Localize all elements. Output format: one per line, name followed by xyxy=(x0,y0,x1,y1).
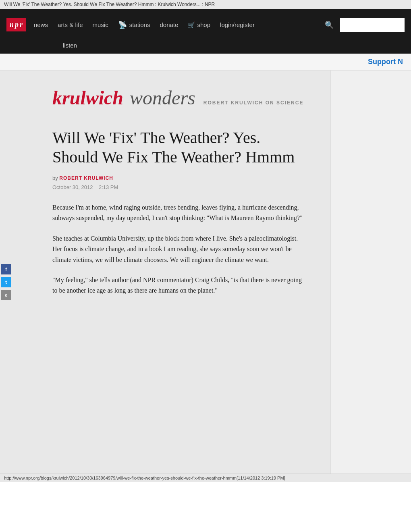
article-body: Because I'm at home, wind raging outside… xyxy=(52,202,306,296)
blog-name-wonders: wonders xyxy=(130,87,195,109)
blog-name-krulwich: krulwich xyxy=(52,87,123,109)
nav-item-login[interactable]: login/register xyxy=(220,21,255,28)
main-wrapper: f t e krulwich wonders ROBERT KRULWICH O… xyxy=(0,71,411,474)
cart-icon: 🛒 xyxy=(188,21,195,28)
article-content: Will We 'Fix' The Weather? Yes. Should W… xyxy=(12,120,330,322)
article-byline: by ROBERT KRULWICH xyxy=(52,175,306,181)
nav-item-shop[interactable]: 🛒 shop xyxy=(188,21,210,29)
nav-item-listen[interactable]: listen xyxy=(63,42,77,49)
search-input[interactable] xyxy=(340,18,405,32)
nav-right: 🔍 xyxy=(323,18,405,32)
support-link[interactable]: Support N xyxy=(368,58,403,66)
article-date: October 30, 2012 2:13 PM xyxy=(52,184,306,190)
nav-item-stations[interactable]: 📡 stations xyxy=(118,21,150,29)
nav-item-news[interactable]: news xyxy=(34,21,48,28)
facebook-share-button[interactable]: f xyxy=(1,264,11,274)
nav-item-donate[interactable]: donate xyxy=(160,21,178,28)
email-share-button[interactable]: e xyxy=(1,290,11,300)
logo-letter-r: r xyxy=(20,21,23,29)
nav-links: news arts & life music 📡 stations donate… xyxy=(34,21,323,29)
nav-item-arts-life[interactable]: arts & life xyxy=(58,21,83,28)
nav-top-row: n p r news arts & life music 📡 stations … xyxy=(6,11,405,39)
antenna-icon: 📡 xyxy=(118,21,127,29)
article-paragraph-1: Because I'm at home, wind raging outside… xyxy=(52,202,306,224)
npr-logo-box[interactable]: n p r xyxy=(6,18,26,31)
navigation: n p r news arts & life music 📡 stations … xyxy=(0,9,411,54)
npr-logo[interactable]: n p r xyxy=(6,18,26,31)
article-area: krulwich wonders ROBERT KRULWICH ON SCIE… xyxy=(12,71,330,474)
blog-subtitle: ROBERT KRULWICH ON SCIENCE xyxy=(203,100,304,106)
logo-letter-p: p xyxy=(15,21,19,29)
social-sidebar: f t e xyxy=(0,71,12,474)
search-button[interactable]: 🔍 xyxy=(323,19,335,31)
logo-letter-n: n xyxy=(10,21,14,29)
browser-title: Will We 'Fix' The Weather? Yes. Should W… xyxy=(0,0,411,9)
status-url: http://www.npr.org/blogs/krulwich/2012/1… xyxy=(4,476,285,480)
blog-header: krulwich wonders ROBERT KRULWICH ON SCIE… xyxy=(12,71,330,120)
article-paragraph-2: She teaches at Columbia University, up t… xyxy=(52,233,306,265)
status-bar: http://www.npr.org/blogs/krulwich/2012/1… xyxy=(0,474,411,482)
blog-title-row: krulwich wonders ROBERT KRULWICH ON SCIE… xyxy=(52,87,314,109)
nav-bottom-row: listen xyxy=(6,42,405,52)
nav-item-music[interactable]: music xyxy=(93,21,108,28)
author-link[interactable]: ROBERT KRULWICH xyxy=(59,175,113,181)
article-title: Will We 'Fix' The Weather? Yes. Should W… xyxy=(52,128,306,167)
twitter-share-button[interactable]: t xyxy=(1,277,11,287)
article-paragraph-3: "My feeling," she tells author (and NPR … xyxy=(52,275,306,296)
support-banner: Support N xyxy=(0,54,411,71)
right-sidebar xyxy=(330,71,411,474)
